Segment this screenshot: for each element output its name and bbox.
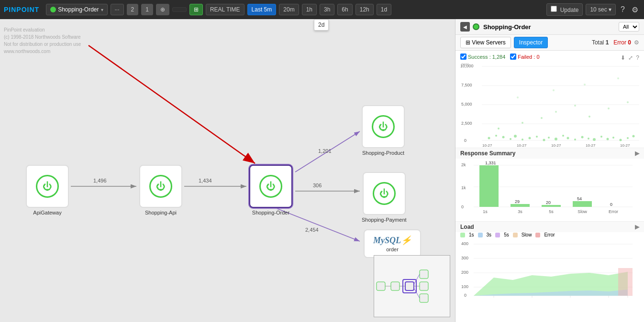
node-box-shopping-order[interactable]: ⏻ <box>249 165 292 208</box>
node-label-shopping-payment: Shopping-Payment <box>362 217 407 223</box>
svg-text:0: 0 <box>461 204 464 209</box>
response-summary-title: Response Summary <box>460 150 515 157</box>
node-shopping-payment[interactable]: ⏻ Shopping-Payment <box>362 172 407 223</box>
realtime-button[interactable]: REAL TIME <box>206 4 244 15</box>
bar-3s[interactable] <box>511 204 530 207</box>
success-legend[interactable]: Success : 1,284 <box>460 54 505 60</box>
service-status-dot <box>50 7 56 12</box>
6h-button[interactable]: 6h <box>337 4 352 15</box>
svg-point-44 <box>607 138 609 140</box>
service-dropdown[interactable]: Shopping-Order ▾ <box>46 4 107 15</box>
node-shopping-product[interactable]: ⏻ Shopping-Product <box>362 105 405 156</box>
rp-all-select[interactable]: All <box>619 22 639 32</box>
bar-1s[interactable] <box>479 165 499 207</box>
tooltip-2d: 2d <box>314 19 329 31</box>
node-box-shopping-product[interactable]: ⏻ <box>362 105 405 148</box>
svg-point-58 <box>553 89 555 91</box>
rp-header: ◀ Shopping-Order All <box>455 19 644 35</box>
bar-slow[interactable] <box>573 201 592 207</box>
svg-text:Slow: Slow <box>577 209 587 214</box>
1h-button[interactable]: 1h <box>302 4 317 15</box>
right-panel: ◀ Shopping-Order All ⊞ View Servers Insp… <box>455 19 644 322</box>
bar-chart-svg: 2k 1k 0 1,331 29 20 <box>460 161 639 218</box>
mini-map[interactable] <box>374 255 450 317</box>
svg-text:7,500: 7,500 <box>461 83 472 87</box>
svg-rect-7 <box>420 282 428 290</box>
count-2-button[interactable]: 2 <box>127 4 139 15</box>
svg-text:20: 20 <box>546 200 551 205</box>
1d-button[interactable]: 1d <box>377 4 391 15</box>
node-box-apigateway[interactable]: ⏻ <box>26 165 69 208</box>
update-button[interactable]: Update <box>546 3 583 16</box>
fullscreen-icon[interactable]: ⤢ <box>628 54 633 61</box>
tab-inspector[interactable]: Inspector <box>514 37 548 48</box>
scatter-chart[interactable]: 10,000 (ms) 7,500 5,000 2,500 0 <box>460 62 639 148</box>
rp-gear-icon[interactable]: ⚙ <box>634 39 639 46</box>
legend-3s <box>478 233 483 237</box>
node-box-shopping-payment[interactable]: ⏻ <box>363 172 406 215</box>
svg-point-42 <box>593 138 596 141</box>
grid-button[interactable]: ⊞ <box>189 4 203 15</box>
rp-chart-area[interactable]: Success : 1,284 Failed : 0 ⬇ ⤢ ? <box>455 51 644 322</box>
svg-text:13:01:37: 13:01:37 <box>516 147 531 148</box>
last5m-button[interactable]: Last 5m <box>247 4 277 15</box>
legend-slow-label: Slow <box>522 232 532 237</box>
chevron-down-icon: ▾ <box>101 7 103 12</box>
load-expand-icon[interactable]: ▶ <box>635 224 639 230</box>
svg-rect-8 <box>420 294 428 302</box>
svg-point-49 <box>498 128 500 129</box>
rp-toggle-button[interactable]: ◀ <box>460 22 470 32</box>
chart-help-icon[interactable]: ? <box>636 54 639 61</box>
tab-view-servers[interactable]: ⊞ View Servers <box>460 37 511 48</box>
svg-text:5s: 5s <box>549 209 554 214</box>
count-1-button[interactable]: 1 <box>141 4 153 15</box>
svg-rect-6 <box>420 270 428 279</box>
svg-text:1k: 1k <box>461 185 466 190</box>
failed-legend[interactable]: Failed : 0 <box>510 54 539 60</box>
update-checkbox[interactable] <box>551 6 557 12</box>
legend-5s-label: 5s <box>504 232 509 237</box>
20m-button[interactable]: 20m <box>279 4 299 15</box>
mini-map-svg <box>374 256 450 317</box>
svg-point-30 <box>514 135 517 138</box>
response-summary-header: Response Summary ▶ <box>455 148 644 159</box>
svg-text:5,000: 5,000 <box>461 102 472 107</box>
3h-button[interactable]: 3h <box>320 4 334 15</box>
service-status-indicator <box>473 23 479 30</box>
success-checkbox[interactable] <box>460 54 466 60</box>
legend-error-label: Error <box>544 232 555 237</box>
node-shopping-api[interactable]: ⏻ Shopping-Api <box>139 165 182 215</box>
failed-checkbox[interactable] <box>510 54 516 60</box>
download-icon[interactable]: ⬇ <box>621 54 625 61</box>
node-box-shopping-api[interactable]: ⏻ <box>139 165 182 208</box>
edge-label-1434: 1,434 <box>199 178 212 183</box>
load-error-highlight <box>618 268 633 296</box>
error-label: Error 0 <box>613 39 631 46</box>
load-section: 1s 3s 5s Slow Error 400 300 200 100 <box>455 232 644 306</box>
svg-point-39 <box>574 139 576 140</box>
12h-button[interactable]: 12h <box>355 4 374 15</box>
toolbar: PINPOINT Shopping-Order ▾ ··· 2 1 ⊕ ⊞ RE… <box>0 0 644 19</box>
dots-button[interactable]: ··· <box>111 4 124 15</box>
svg-point-56 <box>627 101 629 103</box>
node-apigateway[interactable]: ⏻ ApiGateway <box>26 165 69 215</box>
diagram-panel[interactable]: PinPoint evaluation (c) 1998-2018 Northw… <box>0 19 455 322</box>
node-mysql-order[interactable]: MySQL⚡ order <box>364 229 421 258</box>
svg-text:13:04:07: 13:04:07 <box>585 147 600 148</box>
cursor-button[interactable]: ⊕ <box>156 4 169 15</box>
edge-label-1201: 1,201 <box>318 148 332 154</box>
svg-text:300: 300 <box>461 256 468 260</box>
settings-icon[interactable]: ⚙ <box>630 3 640 16</box>
legend-slow <box>513 233 518 237</box>
response-summary-expand-icon[interactable]: ▶ <box>635 150 639 157</box>
load-chart-svg: 400 300 200 100 0 <box>460 239 639 301</box>
svg-point-28 <box>502 136 505 139</box>
svg-text:(ms): (ms) <box>461 62 469 66</box>
svg-text:13:00:22: 13:00:22 <box>481 147 497 148</box>
svg-point-31 <box>522 139 523 140</box>
node-shopping-order[interactable]: ⏻ Shopping-Order <box>249 165 292 215</box>
help-icon[interactable]: ? <box>619 3 627 16</box>
bar-5s[interactable] <box>542 205 561 207</box>
interval-button[interactable]: 10 sec ▾ <box>586 4 616 15</box>
scatter-svg: 10,000 (ms) 7,500 5,000 2,500 0 <box>460 62 639 148</box>
